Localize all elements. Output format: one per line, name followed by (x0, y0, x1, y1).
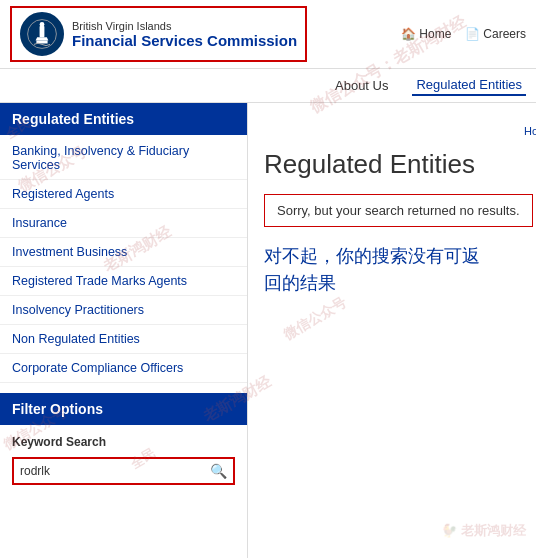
sidebar-item-investment[interactable]: Investment Business (0, 238, 247, 267)
org-name: British Virgin Islands Financial Service… (72, 20, 297, 49)
careers-nav-item[interactable]: 📄 Careers (465, 27, 526, 41)
sidebar-item-compliance[interactable]: Corporate Compliance Officers (0, 354, 247, 383)
org-line2: Financial Services Commission (72, 32, 297, 49)
breadcrumb-home[interactable]: Home (524, 125, 536, 137)
sidebar-title: Regulated Entities (0, 103, 247, 135)
sidebar-item-insurance[interactable]: Insurance (0, 209, 247, 238)
sidebar-item-insolvency[interactable]: Insolvency Practitioners (0, 296, 247, 325)
svg-marker-2 (36, 37, 49, 40)
page-title: Regulated Entities (264, 149, 536, 180)
regulated-entities-nav[interactable]: Regulated Entities (412, 75, 526, 96)
sidebar: Regulated Entities Banking, Insolvency &… (0, 103, 248, 558)
keyword-label: Keyword Search (0, 431, 247, 453)
main-layout: Regulated Entities Banking, Insolvency &… (0, 103, 536, 558)
logo-section: British Virgin Islands Financial Service… (10, 6, 307, 62)
breadcrumb: Home » Regulated Entities (514, 113, 536, 149)
sidebar-item-banking[interactable]: Banking, Insolvency & Fiduciary Services (0, 137, 247, 180)
org-line1: British Virgin Islands (72, 20, 297, 32)
chinese-message: 对不起，你的搜索没有可返 回的结果 (264, 243, 536, 297)
keyword-search-row: 🔍 (12, 457, 235, 485)
search-button[interactable]: 🔍 (204, 459, 233, 483)
keyword-input[interactable] (14, 460, 204, 482)
top-nav: 🏠 Home 📄 Careers (401, 27, 526, 41)
header: British Virgin Islands Financial Service… (0, 0, 536, 69)
nav-bar: About Us Regulated Entities (0, 69, 536, 103)
sidebar-item-trade-marks[interactable]: Registered Trade Marks Agents (0, 267, 247, 296)
careers-icon: 📄 (465, 27, 480, 41)
sidebar-item-registered-agents[interactable]: Registered Agents (0, 180, 247, 209)
sidebar-item-non-regulated[interactable]: Non Regulated Entities (0, 325, 247, 354)
filter-title: Filter Options (0, 393, 247, 425)
svg-rect-1 (40, 26, 45, 37)
about-us-nav[interactable]: About Us (331, 76, 392, 95)
content-area: Home » Regulated Entities Regulated Enti… (248, 103, 536, 558)
svg-point-4 (40, 22, 45, 27)
no-results-message: Sorry, but your search returned no resul… (264, 194, 533, 227)
home-icon: 🏠 (401, 27, 416, 41)
chinese-line1: 对不起，你的搜索没有可返 (264, 243, 536, 270)
chinese-line2: 回的结果 (264, 270, 536, 297)
home-nav-item[interactable]: 🏠 Home (401, 27, 451, 41)
logo-icon (20, 12, 64, 56)
